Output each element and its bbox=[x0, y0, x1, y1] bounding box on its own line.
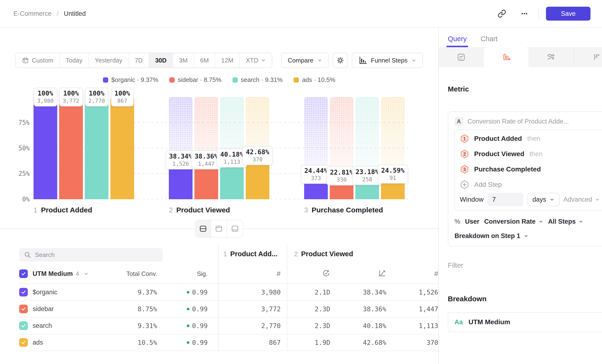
metric-step[interactable]: 3Purchase Completed bbox=[460, 162, 600, 177]
column-sig[interactable]: Sig. bbox=[157, 270, 208, 278]
legend-item[interactable]: $organic · 9.37% bbox=[103, 76, 159, 84]
row-checkbox[interactable] bbox=[19, 305, 28, 313]
tab-chart[interactable]: Chart bbox=[481, 35, 498, 47]
chart-settings-button[interactable] bbox=[333, 53, 348, 68]
content: CustomTodayYesterday7D30D3M6M12MXTD Comp… bbox=[0, 28, 602, 364]
step2-count-cell: 1,447 bbox=[386, 305, 438, 313]
add-step-button[interactable]: Add Step bbox=[460, 177, 600, 192]
funnel-bar-organic[interactable]: 24.44%373 bbox=[304, 97, 328, 199]
tab-retention[interactable] bbox=[573, 47, 602, 67]
share-link-button[interactable] bbox=[495, 7, 509, 20]
funnel-bar-sidebar[interactable]: 38.36%1,447 bbox=[194, 97, 218, 199]
date-range-xtd[interactable]: XTD bbox=[240, 53, 272, 67]
layout-split-button[interactable] bbox=[195, 220, 211, 237]
bar-conversion-pct: 42.68% bbox=[246, 148, 269, 156]
window-unit-select[interactable]: days bbox=[527, 193, 560, 206]
save-button[interactable]: Save bbox=[546, 7, 591, 21]
breakdown-column-label[interactable]: UTM Medium bbox=[32, 270, 73, 278]
funnel-step-group: 100%3,980100%3,772100%2,770100%867 bbox=[33, 97, 134, 199]
search-input-wrapper[interactable] bbox=[19, 248, 163, 261]
time-to-convert-icon[interactable] bbox=[281, 269, 330, 277]
breakdown-item[interactable]: AaUTM Medium bbox=[448, 312, 602, 332]
funnel-bar-search[interactable]: 100%2,770 bbox=[85, 97, 108, 199]
significance-value: 0.99 bbox=[192, 322, 208, 330]
table-step-group-1: 1 Product Add... bbox=[223, 250, 278, 258]
legend-swatch bbox=[294, 77, 299, 83]
tab-line-chart[interactable] bbox=[439, 47, 484, 67]
measure-metric-select[interactable]: Conversion Rate bbox=[484, 218, 543, 225]
layout-chart-button[interactable] bbox=[211, 220, 227, 237]
date-range-today[interactable]: Today bbox=[60, 53, 89, 67]
window-value-input[interactable] bbox=[488, 193, 524, 206]
layout-table-button[interactable] bbox=[227, 220, 243, 237]
funnel-bar-organic[interactable]: 100%3,980 bbox=[33, 97, 57, 199]
step2-conversion-cell: 38.34% bbox=[330, 289, 386, 296]
significance-dot bbox=[187, 324, 189, 327]
date-range-6m[interactable]: 6M bbox=[194, 53, 215, 67]
row-name: search bbox=[32, 322, 52, 330]
funnel-bar-search[interactable]: 40.18%1,113 bbox=[220, 97, 244, 199]
breadcrumb-parent[interactable]: E-Commerce bbox=[13, 10, 52, 18]
step-label: Product Viewed bbox=[301, 250, 353, 258]
metric-heading: Metric bbox=[448, 85, 602, 93]
tab-flow[interactable] bbox=[528, 47, 573, 67]
funnel-bar-ads[interactable]: 24.59%91 bbox=[381, 97, 405, 199]
date-range-3m[interactable]: 3M bbox=[173, 53, 194, 67]
chevron-down-icon[interactable] bbox=[84, 271, 89, 276]
row-checkbox[interactable] bbox=[19, 321, 28, 330]
funnel-step-group: 38.34%1,52638.36%1,44740.18%1,11342.68%3… bbox=[169, 97, 269, 199]
column-total-conv[interactable]: Total Conv. bbox=[125, 270, 157, 278]
conversion-rate-icon[interactable] bbox=[330, 269, 386, 277]
date-range-7d[interactable]: 7D bbox=[129, 53, 149, 67]
table-row[interactable]: ads10.5%0.998671.9D42.68%370 bbox=[19, 334, 438, 351]
svg-text:2: 2 bbox=[463, 151, 466, 157]
legend-label: ads · 10.5% bbox=[302, 76, 335, 84]
funnel-bar-ads[interactable]: 100%867 bbox=[110, 97, 134, 199]
tab-funnel[interactable] bbox=[484, 47, 529, 67]
bar-conversion-pct: 100% bbox=[114, 90, 130, 97]
metric-title[interactable]: Conversion Rate of Product Adde... bbox=[467, 118, 569, 125]
breadcrumb-current[interactable]: Untitled bbox=[64, 10, 86, 18]
table-row[interactable]: $organic9.37%0.993,9802.1D38.34%1,526 bbox=[19, 284, 438, 301]
more-options-button[interactable] bbox=[518, 7, 531, 20]
table-row[interactable]: search9.31%0.992,7702.3D40.18%1,113 bbox=[19, 318, 438, 334]
bar-count: 1,113 bbox=[220, 159, 244, 165]
row-checkbox[interactable] bbox=[19, 288, 28, 297]
legend-label: sidebar · 8.75% bbox=[178, 76, 221, 84]
legend-item[interactable]: ads · 10.5% bbox=[294, 76, 335, 84]
tab-query[interactable]: Query bbox=[448, 35, 467, 47]
metric-badge: A bbox=[454, 117, 463, 126]
date-range-12m[interactable]: 12M bbox=[215, 53, 240, 67]
legend-item[interactable]: search · 9.31% bbox=[233, 76, 283, 84]
metric-step[interactable]: 2Product Viewedthen bbox=[460, 146, 600, 162]
date-range-yesterday[interactable]: Yesterday bbox=[89, 53, 129, 67]
layout-top-icon bbox=[215, 225, 223, 233]
date-range-label: Today bbox=[66, 57, 82, 64]
legend-item[interactable]: sidebar · 8.75% bbox=[169, 76, 221, 84]
measure-scope-select[interactable]: All Steps bbox=[548, 218, 584, 225]
date-range-custom[interactable]: Custom bbox=[16, 53, 60, 67]
breakdown-on-select[interactable]: Breakdown on Step 1 bbox=[454, 232, 528, 240]
funnel-bar-ads[interactable]: 42.68%370 bbox=[246, 97, 269, 199]
step-number: 1 bbox=[223, 250, 227, 258]
funnel-bar-sidebar[interactable]: 100%3,772 bbox=[59, 97, 83, 199]
compare-button[interactable]: Compare bbox=[281, 53, 329, 68]
significance-cell: 0.99 bbox=[157, 339, 208, 346]
row-checkbox[interactable] bbox=[19, 338, 28, 347]
significance-cell: 0.99 bbox=[157, 289, 208, 296]
select-all-checkbox[interactable] bbox=[19, 269, 28, 278]
step2-count-cell: 370 bbox=[386, 339, 438, 346]
funnel-bar-sidebar[interactable]: 22.81%330 bbox=[330, 97, 354, 199]
chart-type-button[interactable]: Funnel Steps bbox=[352, 53, 423, 68]
funnel-bar-search[interactable]: 23.18%258 bbox=[355, 97, 379, 199]
measure-entity[interactable]: User bbox=[465, 218, 479, 225]
table-row[interactable]: sidebar8.75%0.993,7722.3D38.36%1,447 bbox=[19, 301, 438, 318]
funnel-bar-organic[interactable]: 38.34%1,526 bbox=[169, 97, 193, 199]
date-range-30d[interactable]: 30D bbox=[149, 53, 173, 67]
advanced-toggle[interactable]: Advanced bbox=[563, 196, 600, 203]
count-column-icon[interactable]: # bbox=[386, 270, 438, 278]
legend-swatch bbox=[233, 77, 238, 83]
step2-conversion-cell: 38.36% bbox=[330, 305, 386, 313]
metric-step[interactable]: 1Product Addedthen bbox=[460, 131, 600, 146]
search-input[interactable] bbox=[35, 251, 158, 259]
